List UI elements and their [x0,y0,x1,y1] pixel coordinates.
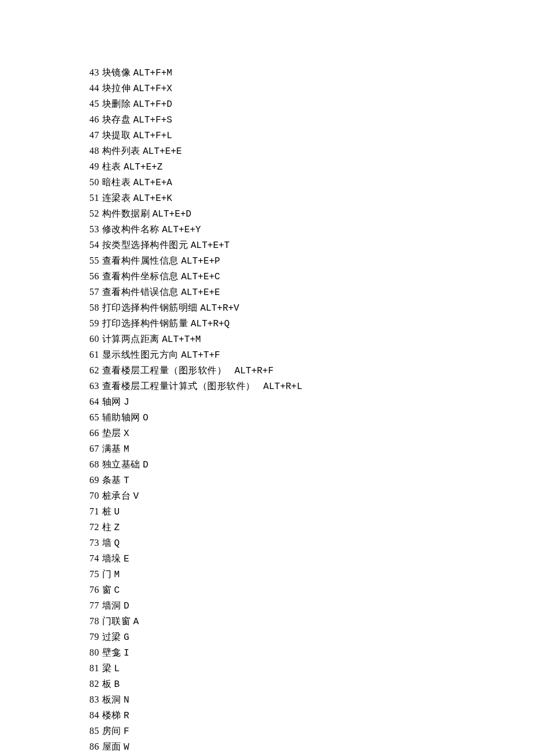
line-description: 柱表 [102,161,121,171]
line-number: 80 [89,647,99,657]
line-description: 构件列表 [102,146,140,156]
shortcut-line: 64 轴网 J [89,394,534,410]
line-description: 独立基础 [102,459,140,469]
line-number: 55 [89,255,99,265]
line-description: 板 [102,679,112,689]
line-description: 查看楼层工程量计算式（图形软件） [102,381,255,391]
line-shortcut: O [143,413,149,423]
line-shortcut: ALT+R+L [258,381,302,392]
line-description: 计算两点距离 [102,334,160,344]
line-shortcut: X [124,429,129,439]
line-description: 按类型选择构件图元 [102,240,189,250]
line-number: 74 [89,553,99,563]
shortcut-line: 60 计算两点距离 ALT+T+M [89,332,534,347]
shortcut-line: 50 暗柱表 ALT+E+A [89,175,534,190]
shortcut-line: 79 过梁 G [89,629,534,645]
line-number: 62 [89,365,99,375]
line-description: 轴网 [102,397,121,406]
line-number: 65 [89,412,99,422]
line-number: 72 [89,522,99,532]
line-number: 45 [89,99,99,109]
shortcut-line: 54 按类型选择构件图元 ALT+E+T [89,237,534,253]
line-description: 显示线性图元方向 [102,350,179,359]
shortcut-line: 57 查看构件错误信息 ALT+E+E [89,285,534,300]
shortcut-line: 77 墙洞 D [89,598,534,614]
line-description: 满基 [102,444,121,453]
line-description: 连梁表 [102,193,131,203]
shortcut-line: 74 墙垛 E [89,551,534,567]
line-number: 54 [89,240,99,250]
shortcut-line: 67 满基 M [89,441,534,457]
shortcut-line: 63 查看楼层工程量计算式（图形软件） ALT+R+L [89,379,534,394]
line-number: 61 [89,350,99,359]
line-shortcut: ALT+F+X [134,84,172,94]
line-shortcut: C [114,585,120,596]
line-description: 窗 [102,585,112,595]
line-number: 64 [89,397,99,406]
line-description: 条基 [102,475,121,485]
shortcut-line: 73 墙 Q [89,535,534,551]
line-description: 块存盘 [102,114,131,124]
line-description: 打印选择构件钢筋明细 [102,303,198,312]
shortcut-line: 45 块删除 ALT+F+D [89,96,534,112]
shortcut-line: 71 桩 U [89,504,534,520]
line-number: 60 [89,334,99,344]
line-description: 门 [102,569,112,579]
line-description: 墙 [102,538,112,548]
shortcut-line: 69 条基 T [89,473,534,488]
line-description: 桩承台 [102,491,131,501]
shortcut-line: 52 构件数据刷 ALT+E+D [89,206,534,222]
line-description: 修改构件名称 [102,224,160,234]
line-shortcut: R [124,711,129,721]
line-number: 67 [89,444,99,453]
line-number: 77 [89,600,99,610]
line-shortcut: ALT+E+E [143,146,182,157]
line-shortcut: V [134,491,139,502]
line-number: 43 [89,67,99,77]
line-description: 壁龛 [102,647,121,657]
line-description: 打印选择构件钢筋量 [102,318,189,328]
line-number: 70 [89,491,99,501]
document-content: 43 块镜像 ALT+F+M44 块拉伸 ALT+F+X45 块删除 ALT+F… [0,0,534,755]
shortcut-line: 61 显示线性图元方向 ALT+T+F [89,347,534,363]
line-number: 59 [89,318,99,328]
line-description: 块拉伸 [102,83,131,93]
line-number: 85 [89,726,99,736]
line-description: 屋面 [102,741,121,751]
shortcut-line: 43 块镜像 ALT+F+M [89,65,534,81]
line-description: 桩 [102,506,112,516]
line-number: 44 [89,83,99,93]
line-shortcut: ALT+E+P [181,256,220,267]
line-shortcut: G [124,632,129,643]
shortcut-line: 70 桩承台 V [89,488,534,504]
line-description: 门联窗 [102,616,131,626]
shortcut-line: 51 连梁表 ALT+E+K [89,190,534,206]
line-description: 辅助轴网 [102,412,140,422]
line-description: 查看构件属性信息 [102,255,179,265]
line-number: 71 [89,506,99,516]
line-description: 暗柱表 [102,177,131,187]
line-description: 构件数据刷 [102,208,150,218]
line-number: 84 [89,710,99,720]
shortcut-line: 48 构件列表 ALT+E+E [89,143,534,159]
shortcut-line: 85 房间 F [89,723,534,739]
shortcut-line: 56 查看构件坐标信息 ALT+E+C [89,269,534,285]
shortcut-line: 58 打印选择构件钢筋明细 ALT+R+V [89,300,534,316]
line-shortcut: ALT+E+Y [162,225,201,235]
line-number: 68 [89,459,99,469]
line-shortcut: ALT+R+F [229,366,274,376]
line-shortcut: I [124,648,129,658]
line-number: 76 [89,585,99,595]
shortcut-line: 62 查看楼层工程量（图形软件） ALT+R+F [89,363,534,379]
line-shortcut: ALT+E+C [181,272,220,282]
line-description: 过梁 [102,632,121,642]
line-number: 86 [89,741,99,751]
line-shortcut: D [124,601,129,611]
line-shortcut: U [114,507,120,517]
shortcut-line: 53 修改构件名称 ALT+E+Y [89,222,534,237]
line-shortcut: ALT+F+L [134,131,172,141]
line-number: 78 [89,616,99,626]
shortcut-line: 55 查看构件属性信息 ALT+E+P [89,253,534,269]
line-number: 53 [89,224,99,234]
shortcut-line: 75 门 M [89,567,534,582]
